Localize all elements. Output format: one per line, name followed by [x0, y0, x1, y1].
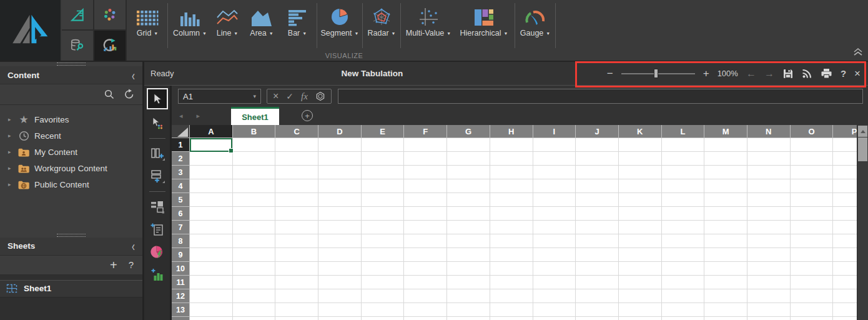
add-label-tool-button[interactable] [147, 219, 168, 239]
grid-cell-O9[interactable] [791, 248, 834, 262]
column-header-C[interactable]: C [275, 125, 318, 138]
grid-cell-O11[interactable] [791, 276, 834, 289]
grid-cell-I1[interactable] [533, 138, 576, 152]
grid-cell-I2[interactable] [533, 152, 576, 166]
row-header-2[interactable]: 2 [172, 152, 190, 166]
grid-cell-I6[interactable] [533, 207, 576, 221]
grid-cell-A7[interactable] [190, 221, 233, 234]
grid-cell-B10[interactable] [233, 262, 276, 276]
grid-cell-O4[interactable] [791, 179, 834, 193]
grid-cell-M13[interactable] [704, 303, 747, 317]
undo-button[interactable]: ← [746, 69, 756, 79]
expand-chevron-icon[interactable]: ▸ [8, 181, 16, 188]
row-header-4[interactable]: 4 [172, 179, 190, 193]
grid-cell-M12[interactable] [704, 289, 747, 303]
grid-cell-B5[interactable] [233, 193, 276, 207]
ribbon-item-radar[interactable]: Radar▼ [364, 0, 399, 38]
add-sheet-tab-button[interactable]: + [302, 110, 313, 121]
mode-design-button[interactable] [62, 0, 93, 29]
insert-row-tool-button[interactable] [147, 166, 168, 186]
grid-cell-L11[interactable] [662, 276, 705, 289]
grid-cell-C10[interactable] [275, 262, 318, 276]
expand-chevron-icon[interactable]: ▸ [8, 149, 16, 155]
column-header-D[interactable]: D [318, 125, 362, 138]
cancel-formula-button[interactable]: × [273, 91, 279, 101]
grid-cell-O6[interactable] [791, 207, 834, 221]
grid-cell-H7[interactable] [490, 221, 533, 234]
grid-cell-B11[interactable] [233, 276, 276, 289]
grid-cell-F8[interactable] [404, 234, 447, 248]
grid-cell-C14[interactable] [275, 317, 318, 320]
column-header-J[interactable]: J [576, 125, 619, 138]
grid-cell-J3[interactable] [576, 166, 619, 179]
ribbon-item-grid[interactable]: Grid▼ [129, 0, 166, 38]
ribbon-item-hierarchical[interactable]: Hierarchical▼ [455, 0, 513, 38]
insert-function-button[interactable]: fx [301, 92, 308, 101]
grid-cell-E6[interactable] [362, 207, 405, 221]
next-sheet-button[interactable]: ▸ [197, 112, 200, 120]
scrollbar-thumb[interactable] [858, 138, 867, 161]
grid-cell-D4[interactable] [318, 179, 362, 193]
grid-cell-E2[interactable] [362, 152, 405, 166]
grid-cell-E8[interactable] [362, 234, 405, 248]
grid-cell-D10[interactable] [318, 262, 362, 276]
grid-cell-B6[interactable] [233, 207, 276, 221]
grid-cell-O12[interactable] [791, 289, 834, 303]
grid-cell-N3[interactable] [747, 166, 791, 179]
cell-name-box[interactable]: A1 ▾ [178, 89, 261, 104]
ribbon-item-column[interactable]: Column▼ [169, 0, 210, 38]
grid-cell-I13[interactable] [533, 303, 576, 317]
ribbon-item-segment[interactable]: Segment▼ [318, 0, 361, 38]
grid-cell-O13[interactable] [791, 303, 834, 317]
grid-cell-F3[interactable] [404, 166, 447, 179]
column-header-M[interactable]: M [704, 125, 747, 138]
grid-cell-N1[interactable] [747, 138, 791, 152]
grid-cell-O3[interactable] [791, 166, 834, 179]
sheets-help-button[interactable]: ? [129, 259, 134, 270]
grid-cell-G3[interactable] [447, 166, 490, 179]
grid-cell-G7[interactable] [447, 221, 490, 234]
grid-cell-K6[interactable] [619, 207, 662, 221]
grid-cell-F7[interactable] [404, 221, 447, 234]
tree-item-favorites[interactable]: ▸ ★ Favorites [0, 111, 142, 128]
grid-cell-E9[interactable] [362, 248, 405, 262]
active-cell-selection[interactable] [190, 138, 232, 152]
zoom-out-button[interactable]: − [607, 68, 613, 79]
grid-cell-D5[interactable] [318, 193, 362, 207]
grid-cell-E12[interactable] [362, 289, 405, 303]
grid-cell-K4[interactable] [619, 179, 662, 193]
grid-cell-C6[interactable] [275, 207, 318, 221]
tree-item-workgroup-content[interactable]: ▸ Workgroup Content [0, 160, 142, 176]
grid-cell-D8[interactable] [318, 234, 362, 248]
grid-cell-J4[interactable] [576, 179, 619, 193]
help-button[interactable]: ? [841, 69, 846, 78]
mode-prepare-data-button[interactable] [62, 31, 93, 61]
select-all-corner[interactable] [172, 125, 190, 138]
grid-cell-C12[interactable] [275, 289, 318, 303]
expand-chevron-icon[interactable]: ▸ [8, 132, 16, 139]
grid-cell-G13[interactable] [447, 303, 490, 317]
grid-cell-L8[interactable] [662, 234, 705, 248]
grid-cell-A2[interactable] [190, 152, 233, 166]
grid-cell-L12[interactable] [662, 289, 705, 303]
grid-cell-G9[interactable] [447, 248, 490, 262]
grid-cell-M2[interactable] [704, 152, 747, 166]
grid-cell-M6[interactable] [704, 207, 747, 221]
grid-cell-A4[interactable] [190, 179, 233, 193]
ribbon-item-gauge[interactable]: Gauge▼ [516, 0, 554, 38]
grid-cell-B13[interactable] [233, 303, 276, 317]
grid-cell-A5[interactable] [190, 193, 233, 207]
tree-item-recent[interactable]: ▸ Recent [0, 128, 142, 144]
row-header-1[interactable]: 1 [172, 138, 190, 152]
vertical-scrollbar[interactable] [857, 125, 868, 320]
grid-cell-N6[interactable] [747, 207, 791, 221]
grid-cell-B2[interactable] [233, 152, 276, 166]
grid-cell-K12[interactable] [619, 289, 662, 303]
grid-cell-J14[interactable] [576, 317, 619, 320]
grid-cell-H11[interactable] [490, 276, 533, 289]
grid-cell-L7[interactable] [662, 221, 705, 234]
grid-cell-C3[interactable] [275, 166, 318, 179]
row-header-5[interactable]: 5 [172, 193, 190, 207]
grid-cell-J2[interactable] [576, 152, 619, 166]
grid-cell-D14[interactable] [318, 317, 362, 320]
